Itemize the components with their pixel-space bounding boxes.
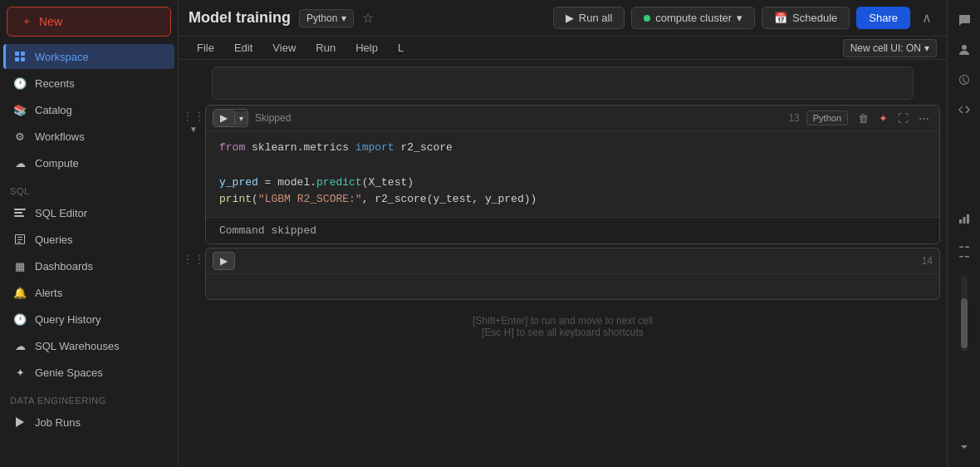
run-all-button[interactable]: ▶ Run all bbox=[553, 7, 625, 29]
workspace-icon bbox=[13, 50, 27, 63]
schedule-button[interactable]: 📅 Schedule bbox=[762, 7, 850, 29]
sql-section-label: SQL bbox=[0, 176, 178, 199]
menu-run[interactable]: Run bbox=[307, 38, 344, 57]
notebook-title: Model training bbox=[189, 9, 291, 27]
run-all-label: Run all bbox=[579, 12, 612, 24]
cell-left-controls-14: ⋮⋮ bbox=[185, 248, 202, 266]
bottom-expand-icon[interactable] bbox=[951, 434, 978, 460]
collapse-panel-button[interactable]: ∧ bbox=[917, 7, 937, 29]
menu-view[interactable]: View bbox=[264, 38, 304, 57]
new-button[interactable]: ＋ New bbox=[7, 7, 171, 37]
query-history-icon: 🕐 bbox=[13, 312, 27, 326]
sidebar-item-sql-warehouses[interactable]: ☁ SQL Warehouses bbox=[3, 333, 174, 358]
sidebar-item-compute[interactable]: ☁ Compute bbox=[3, 150, 174, 175]
svg-rect-4 bbox=[14, 209, 26, 210]
menu-edit[interactable]: Edit bbox=[226, 38, 261, 57]
cell-14[interactable]: ▶ 14 bbox=[205, 248, 940, 300]
language-selector[interactable]: Python ▾ bbox=[299, 9, 354, 27]
drag-handle-14[interactable]: ⋮⋮ bbox=[182, 253, 205, 266]
data-engineering-section-label: Data Engineering bbox=[0, 386, 178, 409]
cell-wrapper-13: ⋮⋮ ▼ ▶ ▾ Skipped 13 Python 🗑 ✦ ⛶ bbox=[179, 103, 947, 246]
menubar: File Edit View Run Help L New cell UI: O… bbox=[179, 37, 947, 60]
calendar-icon: 📅 bbox=[774, 12, 787, 24]
sidebar-item-workflows[interactable]: ⚙ Workflows bbox=[3, 124, 174, 149]
new-cell-ui-toggle[interactable]: New cell UI: ON ▾ bbox=[843, 39, 937, 57]
compute-icon: ☁ bbox=[13, 156, 27, 170]
cell-13-more-button[interactable]: ⋯ bbox=[915, 111, 933, 126]
history-icon[interactable] bbox=[951, 66, 978, 93]
sidebar-item-query-history[interactable]: 🕐 Query History bbox=[3, 307, 174, 332]
run-hint: [Shift+Enter] to run and move to next ce… bbox=[192, 315, 933, 327]
cell-13-ai-button[interactable]: ✦ bbox=[875, 111, 891, 126]
compute-cluster-button[interactable]: compute cluster ▾ bbox=[631, 7, 755, 29]
notebook[interactable]: ⋮⋮ ▼ ▶ ▾ Skipped 13 Python 🗑 ✦ ⛶ bbox=[179, 60, 947, 467]
alerts-icon: 🔔 bbox=[13, 286, 27, 299]
cell-13-code[interactable]: from sklearn.metrics import r2_score y_p… bbox=[206, 131, 939, 217]
svg-rect-5 bbox=[14, 212, 22, 214]
sidebar-item-catalog[interactable]: 📚 Catalog bbox=[3, 97, 174, 122]
chart-icon[interactable] bbox=[951, 205, 978, 232]
chat-icon[interactable] bbox=[951, 7, 978, 33]
sidebar-item-dashboards[interactable]: ▦ Dashboards bbox=[3, 253, 174, 278]
scrollbar-thumb[interactable] bbox=[961, 298, 968, 348]
job-runs-icon bbox=[13, 415, 27, 429]
compute-label: Compute bbox=[35, 157, 79, 170]
scrollbar-track[interactable] bbox=[961, 275, 968, 351]
drag-handle-13[interactable]: ⋮⋮ bbox=[182, 110, 205, 123]
chevron-down-icon: ▾ bbox=[924, 42, 929, 54]
person-icon[interactable] bbox=[951, 37, 978, 63]
header: Model training Python ▾ ☆ ▶ Run all comp… bbox=[179, 0, 947, 37]
star-icon[interactable]: ☆ bbox=[362, 10, 374, 26]
scrollbar-area bbox=[961, 268, 968, 351]
svg-rect-0 bbox=[15, 52, 19, 56]
job-runs-label: Job Runs bbox=[35, 416, 81, 429]
cell-13-actions: 🗑 ✦ ⛶ ⋯ bbox=[855, 111, 933, 126]
cell-13-run-button[interactable]: ▶ bbox=[213, 110, 234, 126]
cell-13-number: 13 bbox=[788, 112, 799, 124]
schedule-label: Schedule bbox=[792, 12, 837, 24]
sql-editor-icon bbox=[13, 206, 27, 219]
cell-13-lang[interactable]: Python bbox=[806, 111, 848, 125]
sql-editor-label: SQL Editor bbox=[35, 207, 87, 219]
cell-14-empty-body[interactable] bbox=[206, 274, 939, 299]
cell-13[interactable]: ▶ ▾ Skipped 13 Python 🗑 ✦ ⛶ ⋯ from sklea… bbox=[205, 105, 940, 244]
workspace-label: Workspace bbox=[35, 51, 89, 63]
cell-13-expand-button[interactable]: ⛶ bbox=[894, 111, 912, 126]
svg-rect-10 bbox=[967, 214, 969, 224]
cell-14-run-button[interactable]: ▶ bbox=[213, 252, 235, 270]
code-icon[interactable] bbox=[951, 96, 978, 123]
sidebar-item-job-runs[interactable]: Job Runs bbox=[3, 410, 174, 435]
genie-spaces-label: Genie Spaces bbox=[35, 366, 103, 379]
svg-point-7 bbox=[962, 45, 967, 50]
svg-rect-1 bbox=[21, 52, 25, 56]
compute-label: compute cluster bbox=[655, 12, 732, 24]
menu-help[interactable]: Help bbox=[347, 38, 386, 57]
menu-l[interactable]: L bbox=[390, 38, 412, 57]
cell-13-run-group[interactable]: ▶ ▾ bbox=[213, 109, 248, 127]
svg-rect-14 bbox=[965, 247, 969, 248]
chevron-down-icon: ▾ bbox=[341, 12, 346, 24]
shortcut-hint: [Esc H] to see all keyboard shortcuts bbox=[192, 327, 933, 338]
sidebar-item-recents[interactable]: 🕐 Recents bbox=[3, 71, 174, 96]
cell-13-output: Command skipped bbox=[206, 217, 939, 243]
sidebar-item-workspace[interactable]: Workspace bbox=[3, 44, 174, 69]
cell-13-run-dropdown[interactable]: ▾ bbox=[234, 111, 247, 125]
sidebar-item-genie-spaces[interactable]: ✦ Genie Spaces bbox=[3, 360, 174, 385]
sidebar-item-queries[interactable]: Queries bbox=[3, 227, 174, 252]
sidebar-item-sql-editor[interactable]: SQL Editor bbox=[3, 200, 174, 225]
share-button[interactable]: Share bbox=[856, 7, 910, 29]
dashboards-label: Dashboards bbox=[35, 260, 93, 273]
main-content: Model training Python ▾ ☆ ▶ Run all comp… bbox=[179, 0, 947, 467]
queries-icon bbox=[13, 233, 27, 246]
sidebar-item-alerts[interactable]: 🔔 Alerts bbox=[3, 280, 174, 305]
expand-icon[interactable] bbox=[951, 238, 978, 265]
cell-13-delete-button[interactable]: 🗑 bbox=[855, 111, 872, 126]
menu-file[interactable]: File bbox=[189, 38, 223, 57]
workflows-label: Workflows bbox=[35, 130, 85, 143]
workflows-icon: ⚙ bbox=[13, 130, 27, 143]
cell-top-partial bbox=[212, 66, 914, 100]
query-history-label: Query History bbox=[35, 313, 100, 326]
cell-14-header: ▶ 14 bbox=[206, 248, 939, 274]
sql-warehouses-label: SQL Warehouses bbox=[35, 340, 120, 352]
collapse-arrow-13[interactable]: ▼ bbox=[189, 125, 198, 134]
